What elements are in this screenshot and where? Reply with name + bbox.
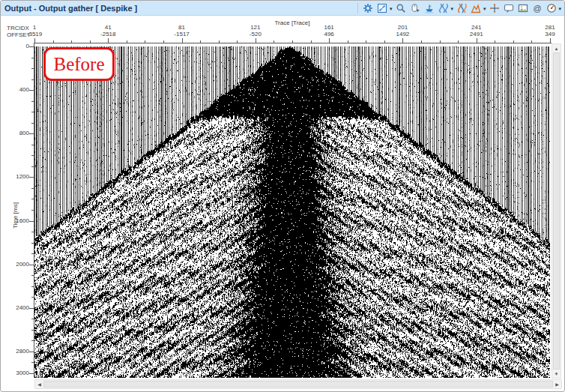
top-minor-tick bbox=[531, 40, 532, 43]
left-tick-time: 3000 bbox=[4, 370, 29, 376]
left-minor-tick bbox=[31, 188, 34, 189]
left-major-tick bbox=[29, 221, 34, 222]
top-tick-offset: 2491 bbox=[470, 31, 483, 37]
top-minor-tick bbox=[256, 40, 256, 43]
crosshair-pick-button[interactable] bbox=[488, 1, 501, 15]
scroll-right-arrow-icon[interactable]: ▶ bbox=[553, 380, 561, 388]
left-major-tick bbox=[29, 308, 34, 309]
top-tick-trcidx: 81 bbox=[178, 25, 185, 31]
before-annotation-label: Before bbox=[53, 55, 104, 73]
wiggle-traces-icon bbox=[438, 3, 449, 13]
save-image-icon bbox=[518, 3, 528, 13]
left-minor-tick bbox=[31, 68, 34, 69]
top-tick-offset: -2518 bbox=[100, 31, 115, 37]
histogram-curve-dropdown-caret[interactable]: ▾ bbox=[483, 6, 486, 11]
left-tick-time: 2800 bbox=[4, 349, 29, 355]
top-tick-trcidx: 1 bbox=[33, 25, 36, 31]
top-tick-trcidx: 201 bbox=[398, 25, 408, 31]
toolbar: ▾ ▾ bbox=[355, 1, 562, 16]
top-minor-tick bbox=[145, 40, 145, 43]
left-minor-tick bbox=[31, 166, 34, 167]
top-minor-tick bbox=[550, 40, 551, 43]
fit-window-button[interactable] bbox=[376, 1, 389, 15]
fit-window-icon bbox=[377, 3, 387, 13]
compass-dropdown-caret[interactable]: ▾ bbox=[558, 6, 561, 11]
top-minor-tick bbox=[182, 40, 183, 43]
left-minor-tick bbox=[31, 330, 34, 331]
left-minor-tick bbox=[31, 199, 34, 199]
ship-button[interactable] bbox=[423, 1, 435, 15]
top-minor-tick bbox=[219, 40, 220, 43]
left-minor-tick bbox=[31, 253, 34, 254]
settings-gear-icon bbox=[363, 3, 373, 13]
vertical-scrollbar[interactable]: ▲ ▼ bbox=[552, 43, 561, 379]
left-major-tick bbox=[29, 46, 34, 47]
left-minor-tick bbox=[31, 275, 34, 276]
scroll-up-arrow-icon[interactable]: ▲ bbox=[552, 44, 561, 52]
trace-density-button[interactable] bbox=[456, 1, 468, 15]
at-sign-icon: @ bbox=[532, 3, 543, 13]
svg-text:@: @ bbox=[533, 4, 541, 13]
left-tick-time: 2400 bbox=[4, 305, 29, 311]
left-major-tick bbox=[29, 177, 34, 178]
top-minor-tick bbox=[458, 40, 459, 43]
crosshair-pick-icon bbox=[489, 3, 500, 13]
left-minor-tick bbox=[31, 286, 34, 287]
left-minor-tick bbox=[31, 210, 34, 211]
scroll-left-arrow-icon[interactable]: ◀ bbox=[35, 380, 43, 388]
left-tick-time: 0 bbox=[4, 43, 29, 49]
left-minor-tick bbox=[31, 101, 34, 102]
seismic-gather-plot[interactable] bbox=[34, 46, 550, 378]
left-tick-time: 2000 bbox=[4, 262, 29, 268]
scroll-down-arrow-icon[interactable]: ▼ bbox=[552, 370, 561, 378]
mouse-pointer-button[interactable] bbox=[408, 1, 421, 15]
top-minor-tick bbox=[163, 40, 164, 43]
toolbar-separator bbox=[357, 3, 358, 13]
left-major-tick bbox=[29, 90, 34, 91]
trcidx-row-label: TRCIDX bbox=[7, 25, 29, 31]
top-minor-tick bbox=[292, 40, 293, 43]
top-tick-trcidx: 281 bbox=[545, 25, 555, 31]
compass-icon bbox=[546, 3, 557, 13]
wiggle-display-dropdown-caret[interactable]: ▾ bbox=[450, 6, 453, 11]
left-major-tick bbox=[29, 133, 34, 134]
histogram-curve-button[interactable] bbox=[470, 1, 483, 15]
left-major-tick bbox=[29, 265, 34, 265]
top-minor-tick bbox=[237, 40, 238, 43]
top-minor-tick bbox=[495, 40, 495, 43]
wiggle-display-button[interactable] bbox=[437, 1, 450, 15]
left-minor-tick bbox=[31, 123, 34, 124]
top-minor-tick bbox=[421, 40, 422, 43]
comment-button[interactable] bbox=[502, 1, 515, 15]
top-minor-tick bbox=[329, 40, 330, 43]
left-minor-tick bbox=[31, 319, 34, 319]
zoom-button[interactable] bbox=[394, 1, 407, 15]
compass-button[interactable] bbox=[545, 1, 558, 15]
save-image-button[interactable] bbox=[516, 1, 529, 15]
left-minor-tick bbox=[31, 58, 34, 58]
horizontal-scrollbar[interactable]: ◀ ▶ bbox=[34, 379, 562, 389]
top-tick-offset: -1517 bbox=[174, 31, 189, 37]
top-minor-tick bbox=[384, 40, 385, 43]
fit-window-dropdown-caret[interactable]: ▾ bbox=[390, 6, 393, 11]
left-major-tick bbox=[29, 373, 34, 374]
top-minor-tick bbox=[513, 40, 514, 43]
settings-button[interactable] bbox=[362, 1, 375, 15]
horizontal-scrollbar-thumb[interactable] bbox=[43, 381, 553, 388]
top-minor-tick bbox=[440, 40, 441, 43]
left-minor-tick bbox=[31, 112, 34, 112]
left-minor-tick bbox=[31, 362, 34, 363]
ship-icon bbox=[424, 3, 435, 13]
top-minor-tick bbox=[402, 40, 403, 43]
left-minor-tick bbox=[31, 340, 34, 341]
top-minor-tick bbox=[477, 40, 477, 43]
left-minor-tick bbox=[31, 145, 34, 145]
window-title: Output - Output gather [ Despike ] bbox=[1, 4, 137, 13]
vertical-scrollbar-thumb[interactable] bbox=[553, 52, 560, 370]
top-tick-offset: 496 bbox=[324, 31, 333, 37]
at-mention-button[interactable]: @ bbox=[531, 1, 543, 15]
left-minor-tick bbox=[31, 243, 34, 244]
comment-bubble-icon bbox=[504, 3, 514, 13]
time-axis-title: Time [ms] bbox=[12, 201, 19, 231]
left-minor-tick bbox=[31, 297, 34, 298]
